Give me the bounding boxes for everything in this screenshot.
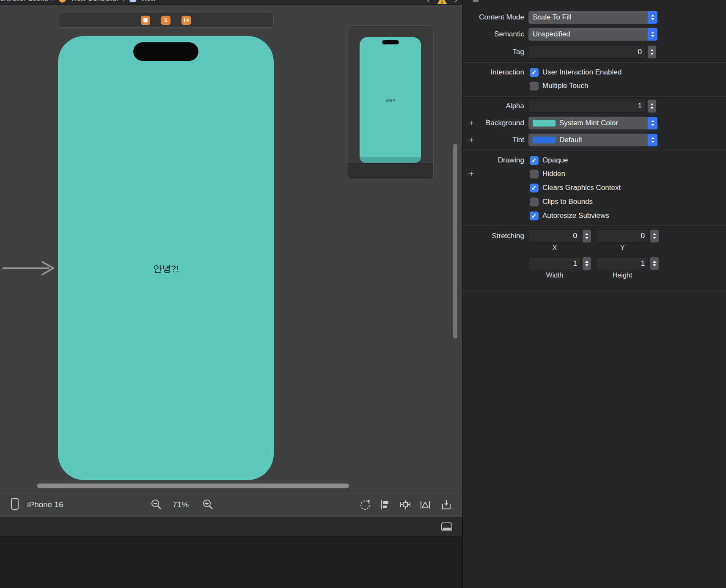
checkbox-label: Hidden bbox=[542, 170, 565, 178]
semantic-label: Semantic bbox=[463, 28, 524, 41]
separator bbox=[463, 225, 726, 226]
align-icon[interactable] bbox=[379, 499, 391, 511]
drawing-label: Drawing bbox=[463, 155, 524, 166]
opaque-checkbox[interactable] bbox=[530, 156, 539, 165]
separator bbox=[463, 151, 726, 151]
attributes-inspector: Content Mode Scale To Fill Semantic Unsp… bbox=[462, 0, 726, 588]
interaction-label: Interaction bbox=[463, 67, 524, 78]
jump-bar-view-controller[interactable]: View Controller bbox=[70, 0, 119, 3]
tag-field[interactable]: 0 bbox=[528, 46, 646, 58]
stretching-x-field[interactable]: 0 bbox=[528, 230, 581, 242]
update-frames-icon[interactable] bbox=[359, 498, 371, 511]
tag-stepper[interactable] bbox=[648, 46, 656, 58]
semantic-value: Unspecified bbox=[533, 30, 570, 38]
hidden-row[interactable]: Hidden bbox=[530, 168, 565, 179]
stretching-y-stepper[interactable] bbox=[650, 230, 659, 242]
stretching-width-stepper[interactable] bbox=[583, 257, 591, 270]
jump-bar: ontroller Scene / View Controller / View… bbox=[0, 0, 462, 5]
opaque-row[interactable]: Opaque bbox=[530, 155, 568, 166]
debug-area-collapsed bbox=[0, 536, 462, 588]
clears-graphics-context-checkbox[interactable] bbox=[530, 184, 539, 192]
dropdown-stepper-icon bbox=[648, 117, 657, 129]
checkbox-label: Opaque bbox=[542, 156, 568, 165]
zoom-in-icon[interactable] bbox=[202, 499, 214, 511]
clears-graphics-context-row[interactable]: Clears Graphics Context bbox=[530, 182, 621, 193]
zoom-out-icon[interactable] bbox=[151, 499, 162, 511]
content-mode-dropdown[interactable]: Scale To Fill bbox=[528, 11, 657, 24]
warning-icon[interactable]: 1 bbox=[437, 0, 447, 4]
multiple-touch-row[interactable]: Multiple Touch bbox=[530, 80, 588, 91]
resolve-issues-icon[interactable] bbox=[419, 499, 431, 511]
tint-color-value: Default bbox=[559, 136, 582, 144]
autoresize-subviews-checkbox[interactable] bbox=[530, 212, 539, 220]
dock-view-controller-icon[interactable] bbox=[141, 16, 150, 25]
stretching-height-axis-label: Height bbox=[596, 272, 649, 279]
stretching-height-stepper[interactable] bbox=[650, 257, 659, 270]
add-constraints-icon[interactable] bbox=[399, 499, 411, 511]
inspector-toolbar-fragment bbox=[473, 0, 478, 2]
background-color-dropdown[interactable]: System Mint Color bbox=[528, 117, 657, 129]
clips-to-bounds-checkbox[interactable] bbox=[530, 198, 539, 206]
jump-bar-scene[interactable]: ontroller Scene bbox=[0, 0, 48, 3]
device-preview-screen[interactable]: 안녕?! bbox=[360, 37, 421, 163]
checkbox-label: Clears Graphics Context bbox=[542, 184, 621, 192]
stretching-width-axis-label: Width bbox=[528, 272, 581, 279]
zoom-level[interactable]: 71% bbox=[173, 492, 189, 517]
jump-bar-view[interactable]: View bbox=[140, 0, 156, 3]
vertical-scrollbar[interactable] bbox=[453, 144, 457, 338]
device-name[interactable]: iPhone 16 bbox=[27, 492, 63, 517]
storyboard-canvas[interactable]: ontroller Scene / View Controller / View… bbox=[0, 0, 462, 588]
stretching-height-field[interactable]: 1 bbox=[596, 257, 649, 270]
dynamic-island bbox=[133, 42, 198, 61]
greeting-label[interactable]: 안녕?! bbox=[58, 263, 274, 275]
semantic-dropdown[interactable]: Unspecified bbox=[528, 28, 657, 41]
chevron-right-icon[interactable]: › bbox=[454, 0, 457, 5]
background-color-value: System Mint Color bbox=[559, 119, 618, 127]
jump-bar-separator: / bbox=[52, 0, 55, 3]
stretching-y-field[interactable]: 0 bbox=[596, 230, 649, 242]
stretching-width-field[interactable]: 1 bbox=[528, 257, 581, 270]
background-label: Background bbox=[463, 117, 524, 129]
embed-icon[interactable] bbox=[440, 499, 452, 511]
tint-color-dropdown[interactable]: Default bbox=[528, 134, 657, 146]
background-color-swatch bbox=[533, 120, 556, 126]
debug-area-toggle-icon[interactable] bbox=[441, 522, 453, 532]
alpha-field[interactable]: 1 bbox=[528, 100, 646, 113]
multiple-touch-checkbox[interactable] bbox=[530, 82, 539, 91]
exit-arrow-glyph bbox=[184, 17, 189, 23]
device-view-canvas[interactable]: 안녕?! bbox=[58, 36, 274, 480]
device-icon[interactable] bbox=[9, 497, 20, 511]
separator bbox=[463, 96, 726, 97]
chevron-left-icon[interactable]: ‹ bbox=[427, 0, 430, 5]
view-icon bbox=[129, 0, 136, 2]
hidden-checkbox[interactable] bbox=[530, 170, 539, 179]
dock-view-controller-glyph bbox=[143, 18, 148, 22]
checkbox-label: Clips to Bounds bbox=[542, 198, 593, 206]
tint-label: Tint bbox=[463, 134, 524, 146]
user-interaction-checkbox[interactable] bbox=[530, 68, 539, 77]
device-preview-frame[interactable]: 안녕?! bbox=[348, 25, 434, 180]
device-preview-chrome bbox=[348, 163, 433, 179]
stretching-x-stepper[interactable] bbox=[583, 230, 591, 242]
stretching-label: Stretching bbox=[463, 230, 524, 242]
separator bbox=[463, 290, 726, 291]
dock-first-responder-icon[interactable]: 1 bbox=[161, 16, 170, 25]
horizontal-scrollbar[interactable] bbox=[37, 484, 349, 488]
add-hidden-button[interactable]: + bbox=[467, 169, 476, 179]
issue-count: 1 bbox=[440, 0, 443, 4]
dock-badge: 1 bbox=[164, 17, 167, 23]
storyboard-entry-arrow[interactable] bbox=[2, 259, 56, 279]
tag-label: Tag bbox=[463, 46, 524, 58]
autoresize-subviews-row[interactable]: Autoresize Subviews bbox=[530, 210, 609, 221]
dock-exit-icon[interactable] bbox=[182, 16, 191, 25]
jump-bar-separator: / bbox=[123, 0, 125, 3]
preview-greeting-label: 안녕?! bbox=[360, 98, 421, 103]
alpha-label: Alpha bbox=[463, 100, 524, 113]
editor-bottom-strip bbox=[0, 517, 462, 536]
alpha-stepper[interactable] bbox=[648, 100, 656, 113]
checkbox-label: Autoresize Subviews bbox=[542, 212, 609, 220]
user-interaction-enabled-row[interactable]: User Interaction Enabled bbox=[530, 67, 622, 78]
clips-to-bounds-row[interactable]: Clips to Bounds bbox=[530, 196, 593, 207]
separator bbox=[463, 62, 726, 63]
checkbox-label: Multiple Touch bbox=[542, 82, 588, 90]
